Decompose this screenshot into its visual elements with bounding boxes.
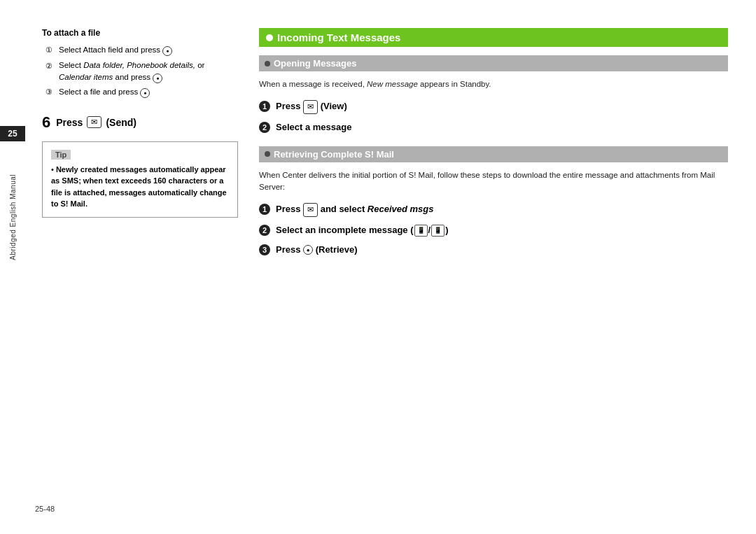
tip-content: • Newly created messages automatically a… (51, 164, 229, 210)
step-num-circle-r2: 2 (259, 225, 270, 236)
view-key: ✉ (303, 100, 318, 113)
retrieving-title: Retrieving Complete S! Mail (274, 149, 394, 160)
step6-key: ✉ (87, 116, 102, 128)
sidebar-label: Abridged English Manual (9, 174, 17, 260)
main-title-header: Incoming Text Messages (259, 28, 728, 47)
retrieving-step-1-text: Press ✉ and select Received msgs (276, 203, 434, 216)
gray-dot-1 (265, 61, 270, 66)
step6-press: Press (56, 117, 83, 128)
gray-dot-2 (265, 151, 270, 157)
opening-step-2-text: Select a message (276, 121, 351, 134)
right-column: Incoming Text Messages Opening Messages … (259, 28, 728, 506)
attach-step-2: ② Select Data folder, Phonebook details,… (46, 59, 238, 84)
attach-step-1: ① Select Attach field and press ● (46, 43, 238, 57)
opening-step-1-text: Press ✉ (View) (276, 100, 347, 113)
retrieving-section: Retrieving Complete S! Mail When Center … (259, 146, 728, 256)
step-num-circle-2: 2 (259, 122, 270, 133)
step-3-text: Select a file and press ● (59, 85, 150, 99)
attach-step-3: ③ Select a file and press ● (46, 85, 238, 99)
sidebar: 25 Abridged English Manual (0, 0, 28, 534)
step-1-text: Select Attach field and press ● (59, 43, 172, 57)
retrieving-header: Retrieving Complete S! Mail (259, 146, 728, 162)
tip-bullet: • Newly created messages automatically a… (51, 165, 227, 209)
circle-btn-2: ● (153, 73, 162, 83)
step-num-circle-r3: 3 (259, 244, 270, 255)
page-footer: 25-48 (35, 505, 55, 513)
retrieve-circle: ● (303, 245, 313, 255)
circle-btn-1: ● (162, 46, 172, 56)
opening-title: Opening Messages (274, 58, 356, 69)
opening-header: Opening Messages (259, 55, 728, 71)
retrieving-step-3: 3 Press ● (Retrieve) (259, 244, 728, 256)
main-title-text: Incoming Text Messages (277, 31, 400, 43)
step-num-3: ③ (46, 85, 57, 99)
left-column: To attach a file ① Select Attach field a… (42, 28, 238, 506)
step6-number: 6 (42, 113, 50, 132)
step6: 6 Press ✉ (Send) (42, 113, 238, 132)
retrieving-step-1: 1 Press ✉ and select Received msgs (259, 203, 728, 216)
opening-step-2: 2 Select a message (259, 121, 728, 134)
green-dot (266, 34, 273, 41)
tip-box: Tip • Newly created messages automatical… (42, 141, 238, 218)
retrieving-step-2: 2 Select an incomplete message (📱/📱) (259, 224, 728, 237)
msg-key-1: ✉ (303, 203, 318, 216)
step-num-circle-r1: 1 (259, 204, 270, 215)
phone-icon-2: 📱 (431, 225, 444, 237)
page-container: 25 Abridged English Manual To attach a f… (0, 0, 756, 534)
retrieving-intro: When Center delivers the initial portion… (259, 169, 728, 194)
footer-number: 25-48 (35, 505, 55, 513)
tip-label: Tip (51, 150, 71, 160)
retrieving-step-2-text: Select an incomplete message (📱/📱) (276, 224, 449, 237)
opening-step-1: 1 Press ✉ (View) (259, 100, 728, 113)
step-2-text: Select Data folder, Phonebook details, o… (59, 59, 204, 84)
attach-title: To attach a file (42, 28, 238, 38)
opening-section: Opening Messages When a message is recei… (259, 55, 728, 134)
circle-btn-3: ● (140, 88, 150, 98)
step-num-2: ② (46, 59, 57, 73)
step-num-circle-1: 1 (259, 101, 270, 112)
attach-steps: ① Select Attach field and press ● ② Sele… (42, 43, 238, 99)
opening-intro: When a message is received, New message … (259, 78, 728, 90)
attach-section: To attach a file ① Select Attach field a… (42, 28, 238, 99)
step-num-1: ① (46, 43, 57, 57)
phone-icon-1: 📱 (414, 225, 428, 237)
step6-send: (Send) (106, 117, 136, 128)
retrieving-step-3-text: Press ● (Retrieve) (276, 244, 358, 256)
main-content: To attach a file ① Select Attach field a… (28, 0, 756, 534)
